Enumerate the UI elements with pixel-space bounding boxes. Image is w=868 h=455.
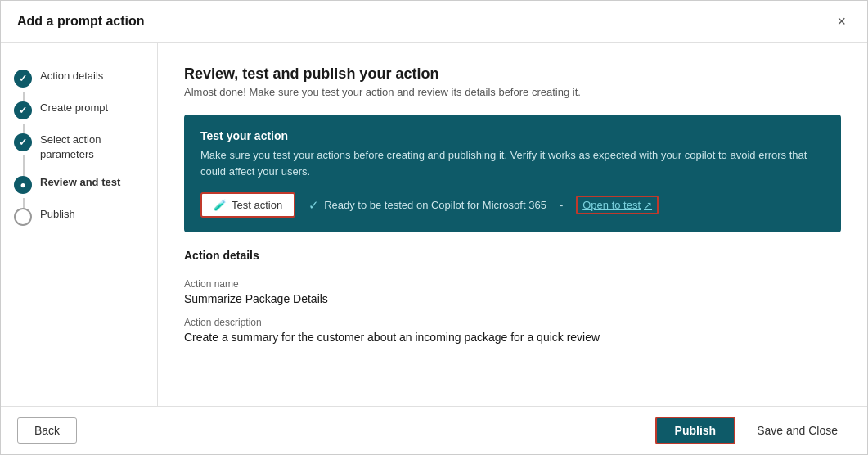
test-action-button-label: Test action — [232, 199, 282, 211]
action-description-label: Action description — [184, 317, 841, 328]
step-circle-create-prompt: ✓ — [14, 101, 32, 119]
open-to-test-link[interactable]: Open to test ↗ — [576, 196, 659, 214]
test-action-card: Test your action Make sure you test your… — [184, 115, 841, 232]
action-name-field: Action name Summarize Package Details — [184, 278, 841, 305]
sidebar-item-select-action-parameters[interactable]: ✓Select action parameters — [1, 126, 157, 169]
action-description-value: Create a summary for the customer about … — [184, 331, 841, 344]
back-button[interactable]: Back — [17, 417, 77, 444]
footer-right: Publish Save and Close — [655, 417, 851, 444]
step-label-publish: Publish — [40, 207, 75, 222]
test-card-title: Test your action — [200, 129, 825, 142]
separator: - — [560, 199, 563, 211]
step-label-action-details: Action details — [40, 69, 103, 83]
test-action-button[interactable]: 🧪 Test action — [200, 192, 295, 218]
test-status-text: Ready to be tested on Copilot for Micros… — [324, 199, 546, 211]
flask-icon: 🧪 — [214, 199, 227, 211]
step-circle-action-details: ✓ — [14, 70, 32, 88]
step-label-select-action-parameters: Select action parameters — [40, 133, 144, 162]
action-description-field: Action description Create a summary for … — [184, 317, 841, 344]
sidebar-item-publish[interactable]: Publish — [1, 200, 157, 232]
step-label-review-and-test: Review and test — [40, 175, 120, 190]
checkmark-icon: ✓ — [308, 198, 319, 213]
action-name-label: Action name — [184, 278, 841, 290]
publish-button[interactable]: Publish — [655, 417, 736, 444]
main-content: Review, test and publish your action Alm… — [158, 43, 867, 406]
sidebar-item-action-details[interactable]: ✓Action details — [1, 62, 157, 94]
action-name-value: Summarize Package Details — [184, 292, 841, 305]
sidebar-item-create-prompt[interactable]: ✓Create prompt — [1, 94, 157, 126]
page-header: Review, test and publish your action Alm… — [184, 65, 841, 98]
sidebar-item-review-and-test[interactable]: ●Review and test — [1, 169, 157, 200]
dialog-footer: Back Publish Save and Close — [1, 406, 867, 454]
sidebar: ✓Action details✓Create prompt✓Select act… — [1, 43, 158, 406]
close-button[interactable]: × — [832, 12, 851, 30]
action-details-section-title: Action details — [184, 249, 841, 262]
page-subtitle: Almost done! Make sure you test your act… — [184, 86, 841, 98]
test-card-description: Make sure you test your actions before c… — [200, 147, 825, 179]
external-link-icon: ↗ — [644, 200, 652, 211]
page-title: Review, test and publish your action — [184, 65, 841, 83]
test-status: ✓ Ready to be tested on Copilot for Micr… — [308, 198, 546, 213]
test-action-row: 🧪 Test action ✓ Ready to be tested on Co… — [200, 192, 825, 218]
open-to-test-label: Open to test — [582, 199, 641, 211]
dialog-body: ✓Action details✓Create prompt✓Select act… — [1, 43, 867, 406]
footer-left: Back — [17, 417, 77, 444]
step-circle-review-and-test: ● — [14, 176, 32, 194]
step-circle-publish — [14, 208, 32, 226]
dialog-header: Add a prompt action × — [1, 1, 867, 43]
dialog: Add a prompt action × ✓Action details✓Cr… — [0, 0, 868, 455]
save-close-button[interactable]: Save and Close — [744, 418, 851, 443]
step-circle-select-action-parameters: ✓ — [14, 133, 32, 151]
dialog-title: Add a prompt action — [17, 14, 145, 29]
action-details-section: Action details Action name Summarize Pac… — [184, 249, 841, 344]
step-label-create-prompt: Create prompt — [40, 101, 108, 115]
